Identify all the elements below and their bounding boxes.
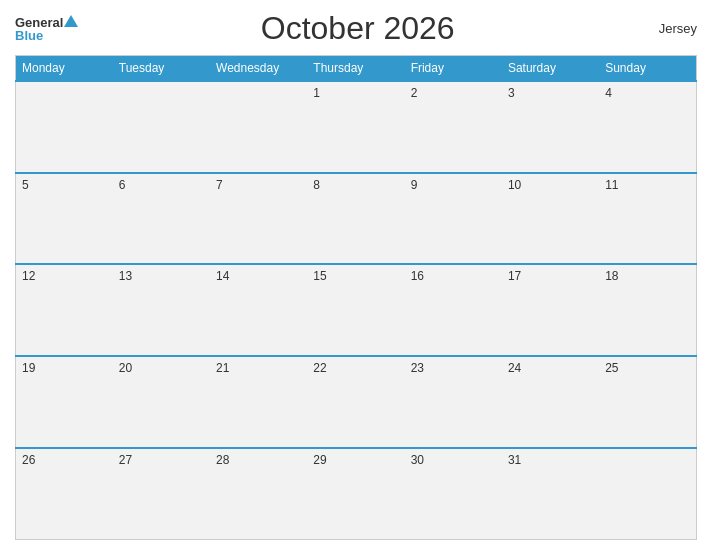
col-friday: Friday (405, 56, 502, 82)
calendar-header: General Blue October 2026 Jersey (15, 10, 697, 47)
col-sunday: Sunday (599, 56, 696, 82)
calendar-cell: 6 (113, 173, 210, 265)
month-title: October 2026 (78, 10, 637, 47)
calendar-body: 1234567891011121314151617181920212223242… (16, 81, 697, 540)
calendar-cell (113, 81, 210, 173)
day-number: 1 (313, 86, 320, 100)
logo-blue-text: Blue (15, 28, 43, 43)
day-number: 26 (22, 453, 35, 467)
calendar-cell: 11 (599, 173, 696, 265)
calendar-cell: 21 (210, 356, 307, 448)
day-number: 8 (313, 178, 320, 192)
calendar-cell: 8 (307, 173, 404, 265)
logo-triangle-icon (64, 15, 78, 27)
col-wednesday: Wednesday (210, 56, 307, 82)
day-number: 9 (411, 178, 418, 192)
day-number: 11 (605, 178, 618, 192)
day-number: 12 (22, 269, 35, 283)
day-number: 23 (411, 361, 424, 375)
calendar-cell: 16 (405, 264, 502, 356)
location-label: Jersey (637, 21, 697, 36)
calendar-cell: 3 (502, 81, 599, 173)
calendar-cell: 10 (502, 173, 599, 265)
col-tuesday: Tuesday (113, 56, 210, 82)
day-number: 10 (508, 178, 521, 192)
calendar-cell: 14 (210, 264, 307, 356)
calendar-cell: 30 (405, 448, 502, 540)
calendar-cell: 20 (113, 356, 210, 448)
col-thursday: Thursday (307, 56, 404, 82)
calendar-cell: 13 (113, 264, 210, 356)
calendar-cell: 4 (599, 81, 696, 173)
day-number: 3 (508, 86, 515, 100)
calendar-cell: 29 (307, 448, 404, 540)
day-number: 6 (119, 178, 126, 192)
day-number: 29 (313, 453, 326, 467)
calendar-cell: 1 (307, 81, 404, 173)
calendar-week-row: 12131415161718 (16, 264, 697, 356)
day-number: 21 (216, 361, 229, 375)
calendar-cell: 22 (307, 356, 404, 448)
day-number: 13 (119, 269, 132, 283)
calendar-week-row: 262728293031 (16, 448, 697, 540)
day-number: 19 (22, 361, 35, 375)
calendar-cell: 25 (599, 356, 696, 448)
calendar-table: Monday Tuesday Wednesday Thursday Friday… (15, 55, 697, 540)
day-number: 25 (605, 361, 618, 375)
logo: General Blue (15, 15, 78, 43)
calendar-cell: 12 (16, 264, 113, 356)
calendar-cell: 31 (502, 448, 599, 540)
calendar-cell (210, 81, 307, 173)
day-number: 5 (22, 178, 29, 192)
calendar-cell: 2 (405, 81, 502, 173)
calendar-week-row: 19202122232425 (16, 356, 697, 448)
calendar-cell: 28 (210, 448, 307, 540)
calendar-week-row: 1234 (16, 81, 697, 173)
calendar-cell (16, 81, 113, 173)
col-monday: Monday (16, 56, 113, 82)
day-number: 15 (313, 269, 326, 283)
day-number: 7 (216, 178, 223, 192)
calendar-header-row: Monday Tuesday Wednesday Thursday Friday… (16, 56, 697, 82)
calendar-week-row: 567891011 (16, 173, 697, 265)
day-number: 30 (411, 453, 424, 467)
day-number: 16 (411, 269, 424, 283)
day-number: 18 (605, 269, 618, 283)
day-number: 28 (216, 453, 229, 467)
day-number: 31 (508, 453, 521, 467)
calendar-cell: 9 (405, 173, 502, 265)
day-number: 2 (411, 86, 418, 100)
day-number: 20 (119, 361, 132, 375)
days-row: Monday Tuesday Wednesday Thursday Friday… (16, 56, 697, 82)
calendar-cell: 5 (16, 173, 113, 265)
calendar-cell: 24 (502, 356, 599, 448)
col-saturday: Saturday (502, 56, 599, 82)
day-number: 4 (605, 86, 612, 100)
calendar-cell: 18 (599, 264, 696, 356)
calendar-cell: 17 (502, 264, 599, 356)
day-number: 22 (313, 361, 326, 375)
day-number: 14 (216, 269, 229, 283)
calendar-cell: 27 (113, 448, 210, 540)
day-number: 17 (508, 269, 521, 283)
calendar-cell: 26 (16, 448, 113, 540)
calendar-page: General Blue October 2026 Jersey Monday … (0, 0, 712, 550)
calendar-cell (599, 448, 696, 540)
calendar-cell: 15 (307, 264, 404, 356)
calendar-cell: 23 (405, 356, 502, 448)
day-number: 24 (508, 361, 521, 375)
calendar-cell: 19 (16, 356, 113, 448)
day-number: 27 (119, 453, 132, 467)
calendar-cell: 7 (210, 173, 307, 265)
